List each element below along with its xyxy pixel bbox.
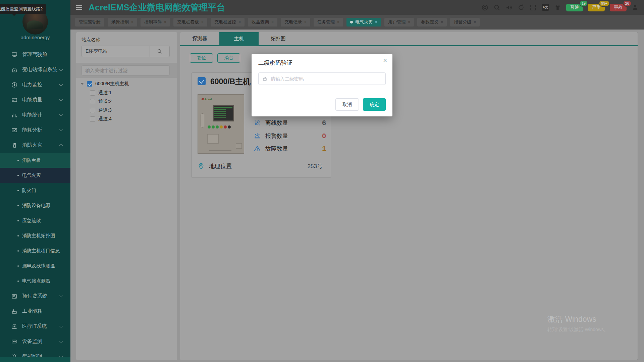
close-icon[interactable]: × — [164, 20, 166, 24]
close-icon[interactable]: × — [201, 20, 204, 24]
tree-channel-node[interactable]: 通道:2 — [76, 97, 177, 106]
tab-host[interactable]: 主机 — [219, 32, 259, 45]
sidebar-item-fire-safety[interactable]: 消防火灾 — [0, 138, 70, 153]
close-icon[interactable]: × — [408, 20, 410, 24]
alarm-level-normal[interactable]: 普通 19 — [566, 4, 583, 11]
chevron-down-icon — [59, 339, 63, 343]
reset-button[interactable]: 复位 — [190, 53, 213, 63]
caret-down-icon[interactable] — [80, 83, 84, 85]
sidebar-item-power-quality[interactable]: 电能质量 — [0, 92, 70, 107]
help-circle-icon[interactable] — [481, 4, 488, 11]
sidebar-item-substation[interactable]: 变电站综自系统 — [0, 62, 70, 77]
close-icon[interactable]: × — [474, 20, 476, 24]
sidebar-scrollbar[interactable] — [0, 357, 70, 362]
sidebar-subitem[interactable]: 消防主机拓扑图 — [0, 228, 70, 243]
theme-shirt-icon[interactable] — [554, 4, 561, 11]
password-input[interactable] — [270, 76, 382, 82]
card-icon — [11, 293, 17, 299]
fire-safety-submenu: 消防看板 电气火灾 防火门 消防设备电源 应急疏散 消防主机拓扑图 消防主机项目… — [0, 153, 70, 289]
tag-item[interactable]: 报警分级 × — [450, 18, 480, 27]
sidebar-subitem[interactable]: 消防主机项目信息 — [0, 243, 70, 258]
alarm-light-icon — [254, 132, 261, 140]
tag-item[interactable]: 充电记录 × — [281, 18, 310, 27]
tag-item[interactable]: 充电桩看板 × — [173, 18, 207, 27]
tree-root-node[interactable]: 6000/B主机主机 — [76, 79, 177, 89]
sidebar-subitem[interactable]: 电气火灾 — [0, 168, 70, 183]
fullscreen-icon[interactable] — [530, 4, 537, 11]
tag-item[interactable]: 参数定义 × — [417, 18, 447, 27]
sidebar-item-energy-analysis[interactable]: 能耗分析 — [0, 122, 70, 138]
tag-item[interactable]: 控制事件 × — [141, 18, 170, 27]
close-icon[interactable]: × — [383, 57, 387, 64]
close-icon[interactable]: × — [337, 20, 339, 24]
tag-item[interactable]: 任务管理 × — [314, 18, 343, 27]
sidebar-item-medical-it[interactable]: 医疗IT系统 — [0, 319, 70, 334]
station-search-input[interactable] — [82, 46, 150, 57]
tag-item[interactable]: 用户管理 × — [384, 18, 414, 27]
confirm-button[interactable]: 确定 — [363, 98, 386, 111]
lock-icon — [262, 76, 267, 81]
sidebar-subitem[interactable]: 消防看板 — [0, 153, 70, 168]
tree-channel-node[interactable]: 通道:4 — [76, 115, 177, 123]
speaker-icon[interactable] — [505, 4, 513, 11]
tag-item[interactable]: 管理驾驶舱 — [75, 18, 104, 27]
user-icon[interactable] — [632, 4, 639, 11]
modal-title: 二级密码验证 — [258, 59, 292, 67]
close-icon[interactable]: × — [271, 20, 274, 24]
sidebar-item-prepaid[interactable]: 预付费系统 — [0, 289, 70, 304]
filter-strip — [76, 63, 177, 78]
channel-checkbox[interactable] — [90, 99, 95, 104]
tree-channel-node[interactable]: 通道:1 — [76, 89, 177, 97]
channel-checkbox[interactable] — [90, 90, 95, 96]
host-card-checkbox[interactable] — [198, 77, 206, 85]
tag-item[interactable]: 充电桩监控 × — [211, 18, 245, 27]
search-icon[interactable] — [493, 4, 500, 11]
sidebar-item-dashboard[interactable]: 管理驾驶舱 — [0, 47, 70, 62]
sidebar-subitem[interactable]: 消防设备电源 — [0, 198, 70, 213]
alarm-level-accident[interactable]: 事故 26 — [610, 4, 627, 11]
factory-icon — [11, 308, 17, 314]
bullet-icon — [17, 265, 19, 267]
sidebar-subitem[interactable]: 漏电及线缆测温 — [0, 258, 70, 273]
sidebar-subitem[interactable]: 防火门 — [0, 183, 70, 198]
tag-item[interactable]: 电气火灾 × — [346, 18, 381, 27]
channel-checkbox[interactable] — [90, 116, 95, 122]
dashboard-icon — [11, 52, 17, 58]
sidebar-menu: 管理驾驶舱 变电站综自系统 电力监控 电能质量 电能统计 — [0, 47, 70, 362]
stat-fault: 故障数量 1 — [254, 144, 326, 154]
close-icon[interactable]: × — [375, 20, 377, 24]
device-label-sticker — [236, 143, 242, 149]
cancel-button[interactable]: 取消 — [335, 98, 359, 111]
password-field-wrap — [258, 72, 386, 85]
tree-channel-node[interactable]: 通道:3 — [76, 106, 177, 115]
tab-topology[interactable]: 拓扑图 — [259, 32, 298, 45]
translate-icon[interactable]: A文 — [542, 4, 549, 11]
tab-detectors[interactable]: 探测器 — [180, 32, 219, 45]
close-icon[interactable]: × — [304, 20, 307, 24]
hospital-icon — [11, 323, 17, 329]
chevron-down-icon — [59, 127, 63, 131]
close-icon[interactable]: × — [441, 20, 443, 24]
mute-button[interactable]: 消音 — [217, 53, 240, 63]
sidebar-item-energy-stats[interactable]: 电能统计 — [0, 107, 70, 122]
tag-item[interactable]: 场景控制 × — [108, 18, 137, 27]
sidebar-item-power-monitor[interactable]: 电力监控 — [0, 77, 70, 92]
channel-checkbox[interactable] — [90, 108, 95, 113]
alarm-level-serious[interactable]: 严重 99+ — [588, 4, 605, 11]
station-search-button[interactable] — [150, 46, 170, 57]
monitor-pulse-icon — [11, 339, 17, 345]
sidebar-subitem[interactable]: 应急疏散 — [0, 213, 70, 228]
close-icon[interactable]: × — [131, 20, 133, 24]
sidebar-subitem[interactable]: 电气接点测温 — [0, 273, 70, 289]
main-tabs: 探测器 主机 拓扑图 — [180, 32, 638, 46]
station-search — [82, 46, 170, 57]
refresh-icon[interactable] — [518, 4, 525, 11]
close-icon[interactable]: × — [238, 20, 241, 24]
tree-filter-input[interactable] — [82, 65, 170, 75]
tree-root-checkbox[interactable] — [87, 81, 92, 87]
chevron-down-icon — [59, 294, 63, 297]
tag-item[interactable]: 收益查询 × — [248, 18, 277, 27]
sidebar-item-industrial-energy[interactable]: 工业能耗 — [0, 304, 70, 319]
menu-icon[interactable] — [76, 7, 82, 8]
sidebar-item-device-monitor[interactable]: 设备监测 — [0, 334, 70, 349]
